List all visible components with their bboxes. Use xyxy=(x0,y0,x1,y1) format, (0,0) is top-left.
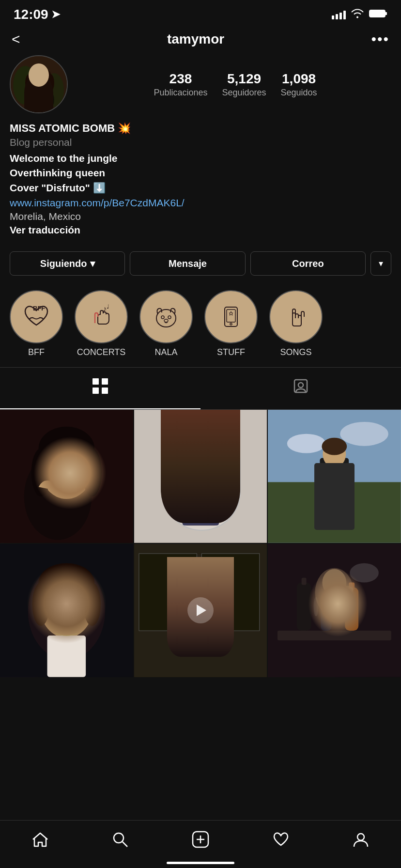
posts-count: 238 xyxy=(170,71,192,87)
svg-rect-72 xyxy=(278,631,391,640)
nav-search[interactable] xyxy=(102,828,139,851)
mensaje-button[interactable]: Mensaje xyxy=(130,251,245,276)
followers-count: 5,129 xyxy=(227,71,261,87)
svg-rect-75 xyxy=(345,588,359,631)
nav-home[interactable] xyxy=(22,828,59,851)
svg-point-79 xyxy=(315,568,354,617)
svg-point-6 xyxy=(26,94,53,112)
svg-rect-25 xyxy=(93,378,99,385)
svg-point-36 xyxy=(82,449,102,497)
svg-rect-27 xyxy=(93,388,99,394)
siguiendo-label: Siguiendo xyxy=(40,258,87,269)
svg-rect-8 xyxy=(36,89,43,98)
posts-label: Publicaciones xyxy=(154,88,207,98)
svg-point-59 xyxy=(32,583,50,626)
grid-icon xyxy=(92,377,109,399)
svg-point-57 xyxy=(40,575,93,638)
following-stat[interactable]: 1,098 Seguidos xyxy=(281,71,317,98)
bio-translate-button[interactable]: Ver traducción xyxy=(10,224,391,236)
svg-point-54 xyxy=(322,438,347,455)
svg-point-24 xyxy=(230,323,232,325)
battery-icon xyxy=(369,9,387,20)
svg-point-37 xyxy=(54,466,61,475)
home-indicator xyxy=(167,862,234,864)
svg-point-12 xyxy=(46,74,54,92)
more-options-button[interactable]: ••• xyxy=(371,31,389,47)
status-bar: 12:09 ➤ xyxy=(0,0,401,26)
wifi-icon xyxy=(351,8,364,21)
svg-point-35 xyxy=(31,449,51,497)
grid-item-1[interactable] xyxy=(0,410,133,543)
svg-point-18 xyxy=(156,310,176,327)
bottom-nav xyxy=(0,820,401,868)
highlight-nala[interactable]: NALA xyxy=(139,290,193,357)
highlight-circle-bff: BFF xyxy=(10,290,63,343)
svg-point-62 xyxy=(71,601,78,610)
highlight-songs[interactable]: SONGS xyxy=(269,290,323,357)
svg-point-69 xyxy=(190,564,211,589)
grid-item-5[interactable] xyxy=(134,544,267,677)
svg-rect-45 xyxy=(191,436,200,454)
following-label: Seguidos xyxy=(281,88,317,98)
highlight-bff[interactable]: BFF BFF xyxy=(10,290,63,357)
svg-rect-1 xyxy=(385,12,387,15)
svg-point-44 xyxy=(187,426,214,457)
video-play-button[interactable] xyxy=(187,597,214,623)
highlight-label-stuff: STUFF xyxy=(217,347,245,357)
signal-icon xyxy=(332,10,346,19)
highlight-concerts[interactable]: ♪ ♩ CONCERTS xyxy=(75,290,128,357)
grid-item-6[interactable] xyxy=(268,544,401,677)
svg-point-38 xyxy=(71,466,78,475)
status-icons xyxy=(332,8,387,21)
svg-rect-42 xyxy=(182,449,219,526)
svg-text:♩: ♩ xyxy=(107,303,109,310)
highlights-row: BFF BFF ♪ ♩ CONCERTS xyxy=(0,285,401,367)
profile-top: 238 Publicaciones 5,129 Seguidores 1,098… xyxy=(10,55,391,113)
bio-line-2: Overthinking queen xyxy=(10,166,391,180)
nav-profile[interactable] xyxy=(342,828,379,851)
svg-point-9 xyxy=(29,71,50,95)
svg-rect-71 xyxy=(268,544,401,677)
svg-point-78 xyxy=(314,597,319,616)
more-options-dropdown-button[interactable]: ▾ xyxy=(370,251,391,276)
svg-rect-65 xyxy=(139,554,197,631)
svg-rect-0 xyxy=(370,10,385,17)
tab-tagged[interactable] xyxy=(200,368,401,409)
highlight-circle-nala xyxy=(139,290,193,343)
profile-username: tamymor xyxy=(167,31,224,47)
correo-button[interactable]: Correo xyxy=(250,251,366,276)
highlight-circle-songs xyxy=(269,290,323,343)
highlight-label-concerts: CONCERTS xyxy=(77,347,126,357)
grid-item-3[interactable] xyxy=(268,410,401,543)
svg-point-34 xyxy=(39,427,94,470)
bio-line-1: Welcome to the jungle xyxy=(10,151,391,166)
svg-point-60 xyxy=(83,583,101,626)
svg-point-14 xyxy=(42,81,45,85)
posts-stat[interactable]: 238 Publicaciones xyxy=(154,71,207,98)
siguiendo-button[interactable]: Siguiendo ▾ xyxy=(10,251,125,276)
avatar-image xyxy=(11,56,67,112)
bio-category: Blog personal xyxy=(10,137,391,148)
tab-grid[interactable] xyxy=(0,368,200,409)
grid-item-2[interactable] xyxy=(134,410,267,543)
svg-point-20 xyxy=(168,316,171,319)
bio-section: MISS ATOMIC BOMB 💥 Blog personal Welcome… xyxy=(10,122,391,236)
svg-point-13 xyxy=(34,81,37,85)
highlight-circle-concerts: ♪ ♩ xyxy=(75,290,128,343)
avatar[interactable] xyxy=(10,55,68,113)
back-button[interactable]: < xyxy=(12,31,20,47)
bio-display-name: MISS ATOMIC BOMB 💥 xyxy=(10,122,391,135)
highlight-label-songs: SONGS xyxy=(280,347,311,357)
bio-link[interactable]: www.instagram.com/p/Be7CzdMAK6L/ xyxy=(10,197,391,209)
svg-point-61 xyxy=(53,601,60,610)
nav-heart[interactable] xyxy=(262,828,299,851)
followers-stat[interactable]: 5,129 Seguidores xyxy=(222,71,266,98)
location-arrow-icon: ➤ xyxy=(51,8,60,21)
svg-rect-52 xyxy=(320,458,349,507)
svg-point-46 xyxy=(186,422,215,441)
followers-label: Seguidores xyxy=(222,88,266,98)
nav-add[interactable] xyxy=(182,827,219,852)
highlight-stuff[interactable]: STUFF xyxy=(204,290,258,357)
svg-point-5 xyxy=(25,85,54,112)
grid-item-4[interactable] xyxy=(0,544,133,677)
